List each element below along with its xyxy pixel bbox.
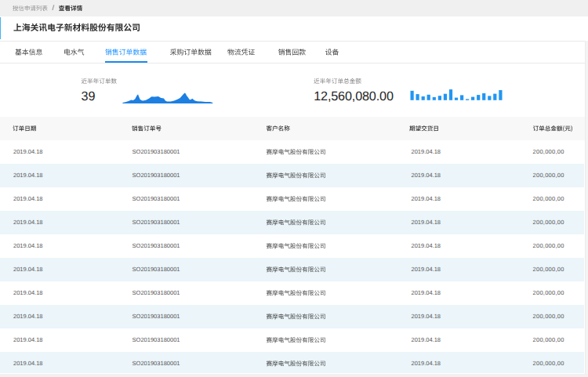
svg-text:2019.04.18: 2019.04.18 [412,266,441,273]
svg-text:200,000,00: 200,000,00 [533,266,564,273]
svg-text:2019.04.18: 2019.04.18 [412,195,441,202]
svg-text:SO201903180001: SO201903180001 [132,242,180,249]
svg-text:200,000,00: 200,000,00 [533,172,564,179]
svg-text:200,000,00: 200,000,00 [533,360,564,367]
svg-text:39: 39 [82,89,96,103]
svg-text:2019.04.18: 2019.04.18 [412,172,441,179]
svg-text:SO201903180001: SO201903180001 [132,360,180,367]
svg-text:SO201903180001: SO201903180001 [132,148,180,155]
svg-text:2019.04.18: 2019.04.18 [13,148,43,155]
svg-text:2019.04.18: 2019.04.18 [13,313,43,320]
svg-text:2019.04.18: 2019.04.18 [13,219,43,226]
svg-text:2019.04.18: 2019.04.18 [13,266,43,273]
svg-text:SO201903180001: SO201903180001 [132,336,180,343]
svg-text:2019.04.18: 2019.04.18 [412,148,441,155]
svg-text:200,000,00: 200,000,00 [533,219,564,226]
svg-text:2019.04.18: 2019.04.18 [13,242,43,249]
svg-text:2019.04.18: 2019.04.18 [13,289,43,296]
svg-text:2019.04.18: 2019.04.18 [13,336,43,343]
svg-text:2019.04.18: 2019.04.18 [412,242,441,249]
svg-text:2019.04.18: 2019.04.18 [13,195,43,202]
svg-text:200,000,00: 200,000,00 [533,195,564,202]
svg-text:12,560,080.00: 12,560,080.00 [314,89,394,103]
svg-text:SO201903180001: SO201903180001 [132,219,180,226]
svg-text:2019.04.18: 2019.04.18 [412,289,441,296]
svg-text:2019.04.18: 2019.04.18 [412,360,441,367]
svg-text:2019.04.18: 2019.04.18 [13,172,43,179]
svg-text:SO201903180001: SO201903180001 [132,195,180,202]
svg-text:200,000,00: 200,000,00 [533,289,564,296]
svg-text:2019.04.18: 2019.04.18 [412,219,441,226]
svg-text:SO201903180001: SO201903180001 [132,289,180,296]
svg-text:200,000,00: 200,000,00 [533,242,564,249]
svg-text:2019.04.18: 2019.04.18 [412,313,441,320]
svg-text:SO201903180001: SO201903180001 [132,313,180,320]
svg-text:SO201903180001: SO201903180001 [132,172,180,179]
svg-text:2019.04.18: 2019.04.18 [13,360,43,367]
svg-text:200,000,00: 200,000,00 [533,313,564,320]
svg-text:2019.04.18: 2019.04.18 [412,336,441,343]
svg-text:SO201903180001: SO201903180001 [132,266,180,273]
svg-text:200,000,00: 200,000,00 [533,336,564,343]
svg-text:200,000,00: 200,000,00 [533,148,564,155]
svg-text:/: / [53,4,55,12]
